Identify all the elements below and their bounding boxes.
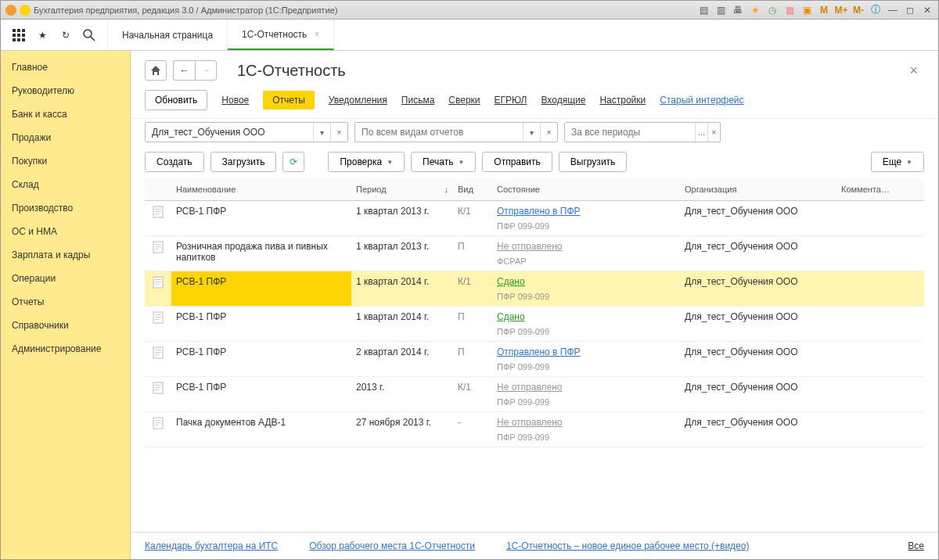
- sidebar-item[interactable]: Главное: [1, 56, 130, 79]
- toolbar-icon[interactable]: 🖶: [732, 4, 744, 16]
- favorite-icon[interactable]: ★: [749, 4, 761, 16]
- table-row[interactable]: РСВ-1 ПФР1 квартал 2014 г.ПСданоПФР 099-…: [145, 307, 924, 342]
- memory-m-button[interactable]: M: [818, 4, 830, 16]
- kind-filter[interactable]: ▾ ×: [354, 122, 558, 142]
- th-name[interactable]: Наименование: [171, 178, 351, 201]
- period-filter-clear[interactable]: ×: [707, 123, 720, 142]
- info-icon[interactable]: ⓘ: [869, 4, 882, 16]
- send-button[interactable]: Отправить: [482, 152, 552, 172]
- th-org[interactable]: Организация: [680, 178, 836, 201]
- sidebar-item[interactable]: ОС и НМА: [1, 220, 130, 243]
- search-icon[interactable]: [82, 28, 96, 42]
- calendar-icon[interactable]: ▣: [800, 4, 813, 16]
- toolbar-icon[interactable]: ▥: [714, 4, 727, 16]
- calc-icon[interactable]: ▦: [783, 4, 796, 16]
- state-link[interactable]: Не отправлено: [497, 382, 563, 393]
- state-link[interactable]: Сдано: [497, 311, 525, 322]
- create-button[interactable]: Создать: [145, 152, 204, 172]
- clock-icon[interactable]: ◷: [766, 4, 779, 16]
- refresh-list-button[interactable]: ⟳: [282, 152, 304, 172]
- th-period[interactable]: Период↓: [351, 178, 453, 201]
- menubar: Обновить НовоеОтчетыУведомленияПисьмаСве…: [131, 85, 938, 119]
- apps-icon[interactable]: [12, 28, 26, 42]
- more-button[interactable]: Еще▼: [871, 152, 924, 172]
- sidebar-item[interactable]: Производство: [1, 196, 130, 220]
- svg-rect-14: [155, 214, 159, 214]
- th-state[interactable]: Состояние: [492, 178, 680, 201]
- sidebar-item[interactable]: Справочники: [1, 314, 130, 337]
- menu-link[interactable]: Настройки: [599, 95, 646, 106]
- sidebar-item[interactable]: Зарплата и кадры: [1, 243, 130, 267]
- period-filter-open[interactable]: …: [695, 123, 707, 142]
- sidebar-item[interactable]: Продажи: [1, 126, 130, 149]
- table-row[interactable]: РСВ-1 ПФР2 квартал 2014 г.ПОтправлено в …: [145, 342, 924, 377]
- state-sub: ПФР 099-099: [497, 221, 675, 231]
- table-row[interactable]: Пачка документов АДВ-127 ноября 2013 г.-…: [145, 412, 924, 447]
- sidebar-item[interactable]: Отчеты: [1, 290, 130, 314]
- load-button[interactable]: Загрузить: [210, 152, 277, 172]
- sidebar-item[interactable]: Склад: [1, 173, 130, 196]
- state-link[interactable]: Не отправлено: [497, 417, 563, 428]
- svg-rect-1: [17, 29, 20, 32]
- history-icon[interactable]: ↻: [59, 28, 73, 42]
- period-filter-input[interactable]: [565, 123, 695, 142]
- nav-forward-button[interactable]: →: [195, 60, 217, 81]
- state-sub: ПФР 099-099: [497, 292, 675, 301]
- footer-link-all[interactable]: Все: [908, 540, 924, 551]
- state-link[interactable]: Сдано: [497, 276, 525, 287]
- th-kind[interactable]: Вид: [453, 178, 492, 201]
- th-comment[interactable]: Коммента…: [836, 178, 924, 201]
- state-link[interactable]: Не отправлено: [497, 241, 563, 252]
- org-filter[interactable]: ▾ ×: [145, 122, 348, 142]
- toolbar-icon[interactable]: ▤: [697, 4, 710, 16]
- sidebar-item[interactable]: Покупки: [1, 149, 130, 173]
- table-row[interactable]: Розничная продажа пива и пивных напитков…: [145, 236, 924, 271]
- org-filter-dropdown[interactable]: ▾: [313, 123, 330, 142]
- org-filter-clear[interactable]: ×: [330, 123, 347, 142]
- kind-filter-clear[interactable]: ×: [540, 123, 557, 142]
- table-row[interactable]: РСВ-1 ПФР1 квартал 2014 г.К/1СданоПФР 09…: [145, 271, 924, 307]
- menu-link[interactable]: ЕГРЮЛ: [495, 95, 527, 106]
- footer-link-new-workspace[interactable]: 1С-Отчетность – новое единое рабочее мес…: [506, 540, 750, 551]
- cell-org: Для_тест_Обучения ООО: [680, 412, 836, 447]
- menu-link[interactable]: Сверки: [448, 95, 480, 106]
- org-filter-input[interactable]: [146, 123, 313, 142]
- app-icon-dropdown[interactable]: [20, 5, 31, 16]
- star-icon[interactable]: ★: [35, 28, 49, 42]
- menu-link[interactable]: Отчеты: [263, 91, 314, 109]
- menu-link[interactable]: Письма: [401, 95, 435, 106]
- kind-filter-dropdown[interactable]: ▾: [523, 123, 540, 142]
- print-button[interactable]: Печать▼: [411, 152, 476, 172]
- sidebar-item[interactable]: Банк и касса: [1, 102, 130, 126]
- memory-mminus-button[interactable]: M-: [852, 4, 865, 16]
- sidebar-item[interactable]: Операции: [1, 267, 130, 290]
- export-button[interactable]: Выгрузить: [559, 152, 628, 172]
- sidebar-item[interactable]: Администрирование: [1, 337, 130, 361]
- footer-link-calendar[interactable]: Календарь бухгалтера на ИТС: [145, 540, 278, 551]
- check-button[interactable]: Проверка▼: [328, 152, 405, 172]
- minimize-icon[interactable]: —: [887, 4, 899, 16]
- refresh-button[interactable]: Обновить: [145, 90, 207, 110]
- menu-link[interactable]: Новое: [221, 95, 249, 106]
- home-button[interactable]: [145, 60, 167, 81]
- menu-link[interactable]: Уведомления: [329, 95, 387, 106]
- table-row[interactable]: РСВ-1 ПФР1 квартал 2013 г.К/1Отправлено …: [145, 201, 924, 236]
- footer-link-overview[interactable]: Обзор рабочего места 1С-Отчетности: [309, 540, 475, 551]
- maximize-icon[interactable]: ◻: [904, 4, 916, 16]
- table-row[interactable]: РСВ-1 ПФР2013 г.К/1Не отправленоПФР 099-…: [145, 377, 924, 412]
- nav-back-button[interactable]: ←: [173, 60, 195, 81]
- menu-link[interactable]: Входящие: [541, 95, 586, 106]
- close-page-button[interactable]: ×: [909, 63, 924, 79]
- svg-line-10: [91, 37, 95, 41]
- old-interface-link[interactable]: Старый интерфейс: [660, 95, 743, 106]
- close-icon[interactable]: ✕: [921, 4, 934, 16]
- period-filter[interactable]: … ×: [564, 122, 721, 142]
- tab[interactable]: 1С-Отчетность×: [228, 20, 334, 50]
- memory-mplus-button[interactable]: M+: [835, 4, 847, 16]
- kind-filter-input[interactable]: [355, 123, 523, 142]
- tab[interactable]: Начальная страница: [108, 20, 228, 50]
- state-link[interactable]: Отправлено в ПФР: [497, 346, 581, 357]
- tab-close-icon[interactable]: ×: [315, 30, 319, 38]
- sidebar-item[interactable]: Руководителю: [1, 79, 130, 102]
- state-link[interactable]: Отправлено в ПФР: [497, 206, 581, 217]
